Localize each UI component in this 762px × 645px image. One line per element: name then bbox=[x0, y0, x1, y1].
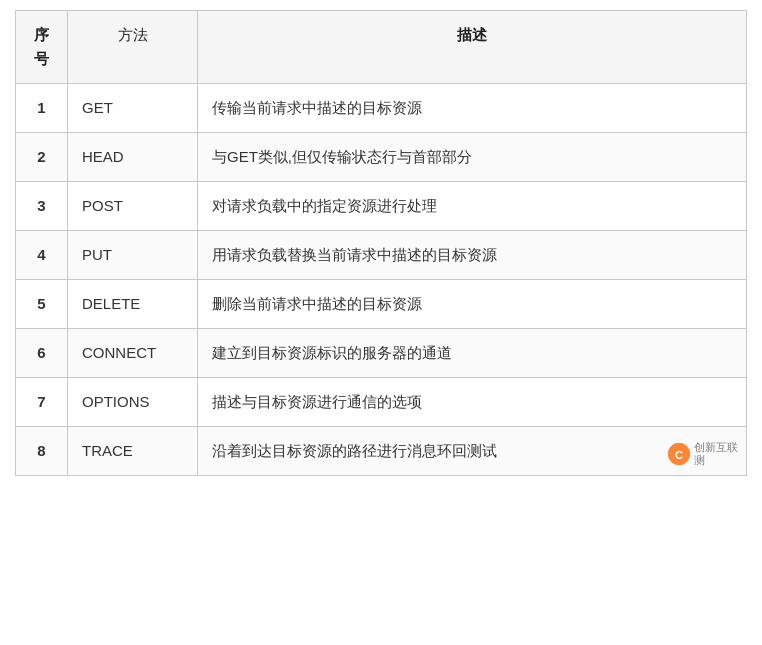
cell-method: POST bbox=[68, 182, 198, 231]
table-row: 3POST对请求负载中的指定资源进行处理 bbox=[16, 182, 747, 231]
cell-num: 7 bbox=[16, 378, 68, 427]
cell-desc: 对请求负载中的指定资源进行处理 bbox=[198, 182, 747, 231]
watermark-line1: 创新互联 bbox=[694, 441, 738, 454]
cell-desc: 描述与目标资源进行通信的选项 bbox=[198, 378, 747, 427]
header-desc: 描述 bbox=[198, 11, 747, 84]
watermark-line2: 测 bbox=[694, 454, 738, 467]
table-row: 8TRACE沿着到达目标资源的路径进行消息环回测试 C 创新互联测 bbox=[16, 427, 747, 476]
watermark: C 创新互联测 bbox=[668, 441, 738, 467]
header-num: 序号 bbox=[16, 11, 68, 84]
cell-desc: 用请求负载替换当前请求中描述的目标资源 bbox=[198, 231, 747, 280]
http-methods-table: 序号 方法 描述 1GET传输当前请求中描述的目标资源2HEAD与GET类似,但… bbox=[15, 10, 747, 476]
watermark-text: 创新互联测 bbox=[694, 441, 738, 467]
cell-num: 3 bbox=[16, 182, 68, 231]
cell-desc: 删除当前请求中描述的目标资源 bbox=[198, 280, 747, 329]
svg-text:C: C bbox=[675, 448, 683, 460]
cell-method: HEAD bbox=[68, 133, 198, 182]
cell-num: 5 bbox=[16, 280, 68, 329]
cell-method: TRACE bbox=[68, 427, 198, 476]
header-method: 方法 bbox=[68, 11, 198, 84]
cell-desc: 建立到目标资源标识的服务器的通道 bbox=[198, 329, 747, 378]
table-row: 6CONNECT建立到目标资源标识的服务器的通道 bbox=[16, 329, 747, 378]
table-row: 7OPTIONS描述与目标资源进行通信的选项 bbox=[16, 378, 747, 427]
table-row: 2HEAD与GET类似,但仅传输状态行与首部部分 bbox=[16, 133, 747, 182]
cell-method: CONNECT bbox=[68, 329, 198, 378]
page-container: 序号 方法 描述 1GET传输当前请求中描述的目标资源2HEAD与GET类似,但… bbox=[0, 0, 762, 486]
cell-method: PUT bbox=[68, 231, 198, 280]
watermark-logo: C bbox=[668, 443, 690, 465]
cell-desc: 与GET类似,但仅传输状态行与首部部分 bbox=[198, 133, 747, 182]
cell-method: DELETE bbox=[68, 280, 198, 329]
cell-num: 6 bbox=[16, 329, 68, 378]
cell-num: 4 bbox=[16, 231, 68, 280]
cell-num: 8 bbox=[16, 427, 68, 476]
table-row: 1GET传输当前请求中描述的目标资源 bbox=[16, 84, 747, 133]
cell-method: OPTIONS bbox=[68, 378, 198, 427]
table-row: 5DELETE删除当前请求中描述的目标资源 bbox=[16, 280, 747, 329]
cell-num: 1 bbox=[16, 84, 68, 133]
cell-num: 2 bbox=[16, 133, 68, 182]
table-row: 4PUT用请求负载替换当前请求中描述的目标资源 bbox=[16, 231, 747, 280]
cell-method: GET bbox=[68, 84, 198, 133]
cell-desc: 传输当前请求中描述的目标资源 bbox=[198, 84, 747, 133]
cell-desc: 沿着到达目标资源的路径进行消息环回测试 C 创新互联测 bbox=[198, 427, 747, 476]
table-header-row: 序号 方法 描述 bbox=[16, 11, 747, 84]
